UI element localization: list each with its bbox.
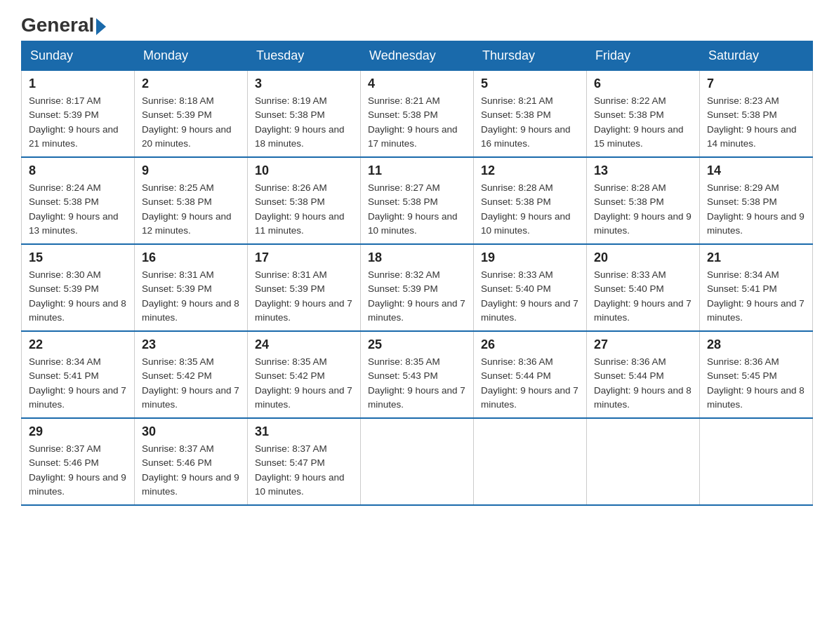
day-number: 30 (142, 424, 240, 439)
calendar-day-cell: 14 Sunrise: 8:29 AM Sunset: 5:38 PM Dayl… (700, 157, 813, 244)
calendar-day-cell: 27 Sunrise: 8:36 AM Sunset: 5:44 PM Dayl… (587, 331, 700, 418)
day-number: 23 (142, 337, 240, 352)
calendar-day-cell: 18 Sunrise: 8:32 AM Sunset: 5:39 PM Dayl… (361, 244, 474, 331)
day-info: Sunrise: 8:35 AM Sunset: 5:42 PM Dayligh… (255, 355, 353, 412)
day-info: Sunrise: 8:21 AM Sunset: 5:38 PM Dayligh… (368, 94, 466, 151)
logo: General (21, 14, 106, 34)
day-info: Sunrise: 8:28 AM Sunset: 5:38 PM Dayligh… (481, 181, 579, 238)
day-number: 31 (255, 424, 353, 439)
day-info: Sunrise: 8:31 AM Sunset: 5:39 PM Dayligh… (142, 268, 240, 325)
calendar-table: SundayMondayTuesdayWednesdayThursdayFrid… (21, 41, 813, 506)
day-info: Sunrise: 8:35 AM Sunset: 5:43 PM Dayligh… (368, 355, 466, 412)
calendar-day-cell: 26 Sunrise: 8:36 AM Sunset: 5:44 PM Dayl… (474, 331, 587, 418)
day-number: 19 (481, 250, 579, 265)
calendar-day-cell: 9 Sunrise: 8:25 AM Sunset: 5:38 PM Dayli… (135, 157, 248, 244)
calendar-day-cell: 23 Sunrise: 8:35 AM Sunset: 5:42 PM Dayl… (135, 331, 248, 418)
calendar-day-cell: 7 Sunrise: 8:23 AM Sunset: 5:38 PM Dayli… (700, 71, 813, 158)
day-number: 29 (29, 424, 127, 439)
day-number: 1 (29, 76, 127, 91)
page-header: General (21, 14, 813, 34)
day-info: Sunrise: 8:31 AM Sunset: 5:39 PM Dayligh… (255, 268, 353, 325)
day-info: Sunrise: 8:33 AM Sunset: 5:40 PM Dayligh… (594, 268, 692, 325)
day-number: 11 (368, 163, 466, 178)
calendar-day-cell: 30 Sunrise: 8:37 AM Sunset: 5:46 PM Dayl… (135, 418, 248, 505)
day-info: Sunrise: 8:27 AM Sunset: 5:38 PM Dayligh… (368, 181, 466, 238)
day-number: 21 (707, 250, 805, 265)
day-info: Sunrise: 8:26 AM Sunset: 5:38 PM Dayligh… (255, 181, 353, 238)
day-info: Sunrise: 8:21 AM Sunset: 5:38 PM Dayligh… (481, 94, 579, 151)
day-info: Sunrise: 8:25 AM Sunset: 5:38 PM Dayligh… (142, 181, 240, 238)
day-info: Sunrise: 8:22 AM Sunset: 5:38 PM Dayligh… (594, 94, 692, 151)
weekday-header-sunday: Sunday (22, 41, 135, 71)
day-number: 26 (481, 337, 579, 352)
calendar-day-cell: 25 Sunrise: 8:35 AM Sunset: 5:43 PM Dayl… (361, 331, 474, 418)
calendar-day-cell: 21 Sunrise: 8:34 AM Sunset: 5:41 PM Dayl… (700, 244, 813, 331)
calendar-day-cell (700, 418, 813, 505)
day-info: Sunrise: 8:29 AM Sunset: 5:38 PM Dayligh… (707, 181, 805, 238)
calendar-week-row: 8 Sunrise: 8:24 AM Sunset: 5:38 PM Dayli… (22, 157, 813, 244)
calendar-day-cell: 8 Sunrise: 8:24 AM Sunset: 5:38 PM Dayli… (22, 157, 135, 244)
day-number: 22 (29, 337, 127, 352)
calendar-day-cell: 24 Sunrise: 8:35 AM Sunset: 5:42 PM Dayl… (248, 331, 361, 418)
day-info: Sunrise: 8:19 AM Sunset: 5:38 PM Dayligh… (255, 94, 353, 151)
day-number: 9 (142, 163, 240, 178)
calendar-day-cell: 29 Sunrise: 8:37 AM Sunset: 5:46 PM Dayl… (22, 418, 135, 505)
day-info: Sunrise: 8:18 AM Sunset: 5:39 PM Dayligh… (142, 94, 240, 151)
calendar-day-cell: 20 Sunrise: 8:33 AM Sunset: 5:40 PM Dayl… (587, 244, 700, 331)
calendar-day-cell: 22 Sunrise: 8:34 AM Sunset: 5:41 PM Dayl… (22, 331, 135, 418)
day-info: Sunrise: 8:36 AM Sunset: 5:44 PM Dayligh… (594, 355, 692, 412)
weekday-header-friday: Friday (587, 41, 700, 71)
day-number: 3 (255, 76, 353, 91)
calendar-day-cell (474, 418, 587, 505)
day-info: Sunrise: 8:33 AM Sunset: 5:40 PM Dayligh… (481, 268, 579, 325)
calendar-day-cell: 11 Sunrise: 8:27 AM Sunset: 5:38 PM Dayl… (361, 157, 474, 244)
day-number: 17 (255, 250, 353, 265)
calendar-week-row: 15 Sunrise: 8:30 AM Sunset: 5:39 PM Dayl… (22, 244, 813, 331)
calendar-day-cell: 4 Sunrise: 8:21 AM Sunset: 5:38 PM Dayli… (361, 71, 474, 158)
calendar-week-row: 22 Sunrise: 8:34 AM Sunset: 5:41 PM Dayl… (22, 331, 813, 418)
weekday-header-wednesday: Wednesday (361, 41, 474, 71)
calendar-day-cell: 17 Sunrise: 8:31 AM Sunset: 5:39 PM Dayl… (248, 244, 361, 331)
calendar-day-cell: 19 Sunrise: 8:33 AM Sunset: 5:40 PM Dayl… (474, 244, 587, 331)
day-info: Sunrise: 8:37 AM Sunset: 5:47 PM Dayligh… (255, 442, 353, 499)
day-number: 20 (594, 250, 692, 265)
weekday-header-monday: Monday (135, 41, 248, 71)
day-number: 10 (255, 163, 353, 178)
day-info: Sunrise: 8:17 AM Sunset: 5:39 PM Dayligh… (29, 94, 127, 151)
day-number: 13 (594, 163, 692, 178)
calendar-day-cell: 31 Sunrise: 8:37 AM Sunset: 5:47 PM Dayl… (248, 418, 361, 505)
day-number: 14 (707, 163, 805, 178)
calendar-day-cell: 1 Sunrise: 8:17 AM Sunset: 5:39 PM Dayli… (22, 71, 135, 158)
day-number: 16 (142, 250, 240, 265)
day-info: Sunrise: 8:28 AM Sunset: 5:38 PM Dayligh… (594, 181, 692, 238)
day-number: 24 (255, 337, 353, 352)
day-info: Sunrise: 8:37 AM Sunset: 5:46 PM Dayligh… (29, 442, 127, 499)
day-info: Sunrise: 8:32 AM Sunset: 5:39 PM Dayligh… (368, 268, 466, 325)
weekday-header-thursday: Thursday (474, 41, 587, 71)
logo-general-text: General (21, 14, 106, 36)
day-info: Sunrise: 8:30 AM Sunset: 5:39 PM Dayligh… (29, 268, 127, 325)
day-number: 25 (368, 337, 466, 352)
day-number: 2 (142, 76, 240, 91)
calendar-day-cell: 15 Sunrise: 8:30 AM Sunset: 5:39 PM Dayl… (22, 244, 135, 331)
day-number: 12 (481, 163, 579, 178)
day-info: Sunrise: 8:23 AM Sunset: 5:38 PM Dayligh… (707, 94, 805, 151)
calendar-day-cell: 16 Sunrise: 8:31 AM Sunset: 5:39 PM Dayl… (135, 244, 248, 331)
day-number: 27 (594, 337, 692, 352)
calendar-day-cell: 12 Sunrise: 8:28 AM Sunset: 5:38 PM Dayl… (474, 157, 587, 244)
weekday-header-saturday: Saturday (700, 41, 813, 71)
calendar-day-cell: 13 Sunrise: 8:28 AM Sunset: 5:38 PM Dayl… (587, 157, 700, 244)
day-number: 4 (368, 76, 466, 91)
calendar-day-cell: 2 Sunrise: 8:18 AM Sunset: 5:39 PM Dayli… (135, 71, 248, 158)
calendar-week-row: 29 Sunrise: 8:37 AM Sunset: 5:46 PM Dayl… (22, 418, 813, 505)
calendar-header-row: SundayMondayTuesdayWednesdayThursdayFrid… (22, 41, 813, 71)
day-info: Sunrise: 8:35 AM Sunset: 5:42 PM Dayligh… (142, 355, 240, 412)
calendar-day-cell: 6 Sunrise: 8:22 AM Sunset: 5:38 PM Dayli… (587, 71, 700, 158)
day-number: 28 (707, 337, 805, 352)
day-number: 18 (368, 250, 466, 265)
calendar-day-cell: 10 Sunrise: 8:26 AM Sunset: 5:38 PM Dayl… (248, 157, 361, 244)
calendar-week-row: 1 Sunrise: 8:17 AM Sunset: 5:39 PM Dayli… (22, 71, 813, 158)
logo-arrow-icon (96, 18, 106, 35)
day-number: 15 (29, 250, 127, 265)
day-info: Sunrise: 8:34 AM Sunset: 5:41 PM Dayligh… (707, 268, 805, 325)
